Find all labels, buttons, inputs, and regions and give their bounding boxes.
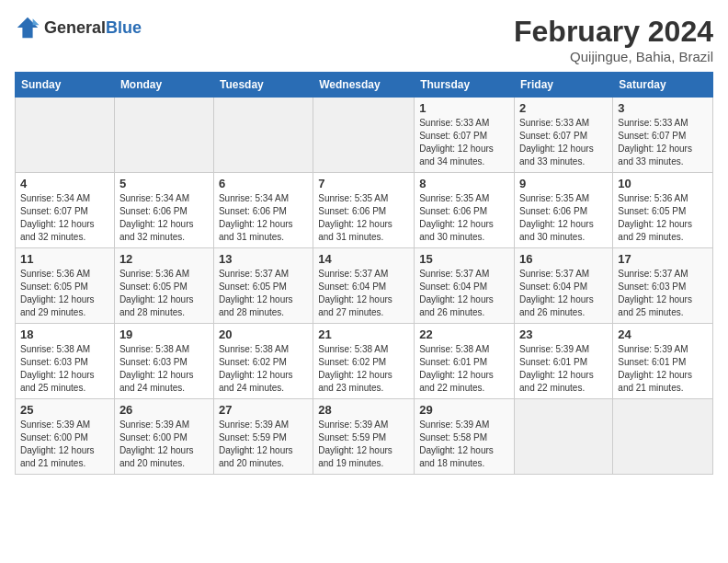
day-number: 25 xyxy=(20,403,109,417)
col-header-friday: Friday xyxy=(515,73,613,98)
calendar-week-5: 25Sunrise: 5:39 AMSunset: 6:00 PMDayligh… xyxy=(16,399,713,475)
day-info: Sunrise: 5:37 AMSunset: 6:04 PMDaylight:… xyxy=(318,268,409,319)
day-info: Sunrise: 5:33 AMSunset: 6:07 PMDaylight:… xyxy=(618,117,708,168)
calendar-table: SundayMondayTuesdayWednesdayThursdayFrid… xyxy=(15,72,713,475)
calendar-cell xyxy=(613,399,713,475)
day-info: Sunrise: 5:38 AMSunset: 6:01 PMDaylight:… xyxy=(419,343,509,395)
day-number: 27 xyxy=(219,403,308,417)
calendar-cell: 5Sunrise: 5:34 AMSunset: 6:06 PMDaylight… xyxy=(114,173,213,248)
calendar-cell xyxy=(313,98,415,173)
day-number: 23 xyxy=(519,327,608,341)
day-number: 1 xyxy=(419,101,509,115)
day-info: Sunrise: 5:37 AMSunset: 6:05 PMDaylight:… xyxy=(219,268,308,319)
day-info: Sunrise: 5:38 AMSunset: 6:02 PMDaylight:… xyxy=(219,343,308,395)
day-info: Sunrise: 5:39 AMSunset: 6:00 PMDaylight:… xyxy=(20,419,109,470)
calendar-cell: 20Sunrise: 5:38 AMSunset: 6:02 PMDayligh… xyxy=(213,324,313,399)
day-info: Sunrise: 5:39 AMSunset: 5:59 PMDaylight:… xyxy=(219,419,308,470)
calendar-cell: 15Sunrise: 5:37 AMSunset: 6:04 PMDayligh… xyxy=(415,248,515,324)
day-number: 5 xyxy=(119,177,209,190)
col-header-saturday: Saturday xyxy=(613,73,713,98)
day-number: 13 xyxy=(219,252,308,266)
calendar-cell: 26Sunrise: 5:39 AMSunset: 6:00 PMDayligh… xyxy=(114,399,213,475)
day-number: 9 xyxy=(519,177,608,190)
day-number: 8 xyxy=(419,177,509,190)
page-header: GeneralBlue February 2024 Quijingue, Bah… xyxy=(15,15,713,64)
day-number: 3 xyxy=(618,101,708,115)
day-info: Sunrise: 5:39 AMSunset: 6:01 PMDaylight:… xyxy=(519,343,608,395)
day-info: Sunrise: 5:38 AMSunset: 6:03 PMDaylight:… xyxy=(20,343,109,395)
col-header-wednesday: Wednesday xyxy=(313,73,415,98)
calendar-cell: 8Sunrise: 5:35 AMSunset: 6:06 PMDaylight… xyxy=(415,173,515,248)
calendar-week-2: 4Sunrise: 5:34 AMSunset: 6:07 PMDaylight… xyxy=(16,173,713,248)
logo-blue: Blue xyxy=(106,18,142,37)
calendar-cell: 7Sunrise: 5:35 AMSunset: 6:06 PMDaylight… xyxy=(313,173,415,248)
day-info: Sunrise: 5:38 AMSunset: 6:03 PMDaylight:… xyxy=(119,343,209,395)
day-number: 29 xyxy=(419,403,509,417)
day-number: 26 xyxy=(119,403,209,417)
day-number: 6 xyxy=(219,177,308,190)
day-info: Sunrise: 5:38 AMSunset: 6:02 PMDaylight:… xyxy=(318,343,409,395)
calendar-cell: 1Sunrise: 5:33 AMSunset: 6:07 PMDaylight… xyxy=(415,98,515,173)
calendar-cell: 25Sunrise: 5:39 AMSunset: 6:00 PMDayligh… xyxy=(16,399,115,475)
day-number: 22 xyxy=(419,327,509,341)
day-number: 15 xyxy=(419,252,509,266)
calendar-cell: 2Sunrise: 5:33 AMSunset: 6:07 PMDaylight… xyxy=(515,98,613,173)
calendar-cell: 22Sunrise: 5:38 AMSunset: 6:01 PMDayligh… xyxy=(415,324,515,399)
logo-icon xyxy=(15,15,40,40)
day-info: Sunrise: 5:36 AMSunset: 6:05 PMDaylight:… xyxy=(119,268,209,319)
col-header-tuesday: Tuesday xyxy=(213,73,313,98)
calendar-cell: 9Sunrise: 5:35 AMSunset: 6:06 PMDaylight… xyxy=(515,173,613,248)
calendar-cell: 21Sunrise: 5:38 AMSunset: 6:02 PMDayligh… xyxy=(313,324,415,399)
day-number: 7 xyxy=(318,177,409,190)
calendar-cell: 14Sunrise: 5:37 AMSunset: 6:04 PMDayligh… xyxy=(313,248,415,324)
col-header-thursday: Thursday xyxy=(415,73,515,98)
calendar-week-4: 18Sunrise: 5:38 AMSunset: 6:03 PMDayligh… xyxy=(16,324,713,399)
title-block: February 2024 Quijingue, Bahia, Brazil xyxy=(514,15,713,64)
calendar-cell xyxy=(515,399,613,475)
day-info: Sunrise: 5:39 AMSunset: 5:58 PMDaylight:… xyxy=(419,419,509,470)
calendar-cell: 4Sunrise: 5:34 AMSunset: 6:07 PMDaylight… xyxy=(16,173,115,248)
calendar-cell xyxy=(114,98,213,173)
day-info: Sunrise: 5:37 AMSunset: 6:04 PMDaylight:… xyxy=(419,268,509,319)
calendar-cell: 11Sunrise: 5:36 AMSunset: 6:05 PMDayligh… xyxy=(16,248,115,324)
day-number: 18 xyxy=(20,327,109,341)
day-info: Sunrise: 5:35 AMSunset: 6:06 PMDaylight:… xyxy=(419,192,509,244)
calendar-cell xyxy=(213,98,313,173)
col-header-sunday: Sunday xyxy=(16,73,115,98)
logo-general: General xyxy=(44,18,106,37)
calendar-cell: 13Sunrise: 5:37 AMSunset: 6:05 PMDayligh… xyxy=(213,248,313,324)
month-year-title: February 2024 xyxy=(514,15,713,49)
day-number: 19 xyxy=(119,327,209,341)
calendar-cell: 27Sunrise: 5:39 AMSunset: 5:59 PMDayligh… xyxy=(213,399,313,475)
day-info: Sunrise: 5:37 AMSunset: 6:03 PMDaylight:… xyxy=(618,268,708,319)
calendar-cell: 18Sunrise: 5:38 AMSunset: 6:03 PMDayligh… xyxy=(16,324,115,399)
day-number: 4 xyxy=(20,177,109,190)
calendar-cell: 6Sunrise: 5:34 AMSunset: 6:06 PMDaylight… xyxy=(213,173,313,248)
logo: GeneralBlue xyxy=(15,15,142,40)
day-info: Sunrise: 5:39 AMSunset: 6:01 PMDaylight:… xyxy=(618,343,708,395)
day-info: Sunrise: 5:35 AMSunset: 6:06 PMDaylight:… xyxy=(519,192,608,244)
day-info: Sunrise: 5:36 AMSunset: 6:05 PMDaylight:… xyxy=(20,268,109,319)
calendar-cell: 17Sunrise: 5:37 AMSunset: 6:03 PMDayligh… xyxy=(613,248,713,324)
location-subtitle: Quijingue, Bahia, Brazil xyxy=(514,49,713,64)
day-number: 10 xyxy=(618,177,708,190)
calendar-header-row: SundayMondayTuesdayWednesdayThursdayFrid… xyxy=(16,73,713,98)
calendar-cell: 29Sunrise: 5:39 AMSunset: 5:58 PMDayligh… xyxy=(415,399,515,475)
day-info: Sunrise: 5:37 AMSunset: 6:04 PMDaylight:… xyxy=(519,268,608,319)
day-number: 16 xyxy=(519,252,608,266)
day-number: 28 xyxy=(318,403,409,417)
calendar-cell: 28Sunrise: 5:39 AMSunset: 5:59 PMDayligh… xyxy=(313,399,415,475)
day-number: 11 xyxy=(20,252,109,266)
calendar-cell: 16Sunrise: 5:37 AMSunset: 6:04 PMDayligh… xyxy=(515,248,613,324)
day-info: Sunrise: 5:39 AMSunset: 5:59 PMDaylight:… xyxy=(318,419,409,470)
day-number: 20 xyxy=(219,327,308,341)
calendar-cell xyxy=(16,98,115,173)
day-number: 17 xyxy=(618,252,708,266)
day-number: 14 xyxy=(318,252,409,266)
day-info: Sunrise: 5:39 AMSunset: 6:00 PMDaylight:… xyxy=(119,419,209,470)
day-info: Sunrise: 5:34 AMSunset: 6:07 PMDaylight:… xyxy=(20,192,109,244)
day-info: Sunrise: 5:34 AMSunset: 6:06 PMDaylight:… xyxy=(119,192,209,244)
day-number: 2 xyxy=(519,101,608,115)
svg-marker-1 xyxy=(33,18,40,25)
day-info: Sunrise: 5:33 AMSunset: 6:07 PMDaylight:… xyxy=(419,117,509,168)
